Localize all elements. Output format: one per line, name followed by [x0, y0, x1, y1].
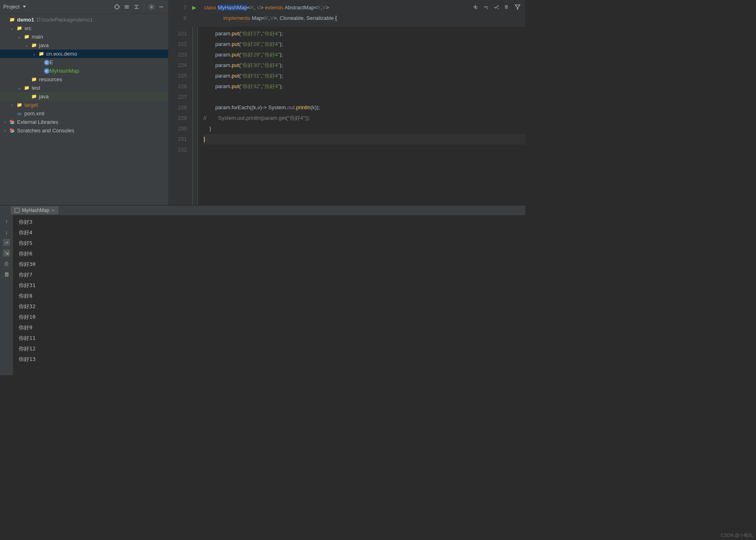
scroll-to-end-icon[interactable]: ⇲	[3, 249, 10, 257]
svg-text:II: II	[487, 7, 488, 10]
collapse-all-icon[interactable]	[133, 3, 140, 11]
tree-item[interactable]: 📚Scratches and Consoles	[0, 126, 168, 135]
editor: 7▶ class MyHashMap<K, V> extends Abstrac…	[169, 0, 525, 205]
soft-wrap-icon[interactable]: ⤶	[3, 239, 10, 246]
run-config-icon	[15, 208, 19, 213]
clear-icon[interactable]: 🗑	[3, 270, 10, 278]
console-output[interactable]: 你好3你好4你好5你好6你好30你好7你好31你好8你好32你好10你好9你好1…	[13, 215, 525, 375]
run-panel: MyHashMap × ↑ ↓ ⤶ ⇲ ⎙ 🗑 你好3你好4你好5你好6你好30…	[0, 205, 525, 375]
svg-point-0	[115, 5, 119, 9]
tree-item[interactable]: 📁test	[0, 84, 168, 92]
select-all-icon[interactable]: II	[493, 3, 500, 11]
svg-point-10	[151, 6, 152, 8]
project-root[interactable]: 📁demo1D:\codePackage\demo1	[0, 15, 168, 24]
editor-body[interactable]: 221222223224225226227228229230231232 par…	[169, 27, 525, 205]
tree-item[interactable]: 📁java	[0, 92, 168, 101]
expand-all-icon[interactable]	[123, 3, 130, 11]
tree-item[interactable]: 📁target	[0, 101, 168, 109]
remove-selection-icon[interactable]: II	[482, 3, 490, 11]
gear-icon[interactable]	[148, 3, 155, 11]
sidebar-title-dropdown[interactable]: Project	[3, 4, 113, 10]
svg-text:II: II	[476, 7, 478, 10]
tree-item[interactable]: 📁cn.wxs.demo	[0, 50, 168, 58]
tree-item[interactable]: 📁src	[0, 24, 168, 32]
add-selection-icon[interactable]: II	[472, 3, 479, 11]
run-tab[interactable]: MyHashMap ×	[11, 206, 58, 214]
run-tab-label: MyHashMap	[22, 207, 49, 213]
sidebar-header: Project	[0, 0, 168, 14]
tree-item[interactable]: 📚External Libraries	[0, 118, 168, 126]
locate-icon[interactable]	[113, 3, 121, 11]
scroll-down-icon[interactable]: ↓	[3, 228, 10, 235]
sidebar-title-label: Project	[3, 4, 19, 10]
code-area[interactable]: param.put("你好27","你好4"); param.put("你好28…	[198, 27, 525, 205]
line-gutter: 221222223224225226227228229230231232	[169, 27, 193, 205]
divider	[144, 3, 144, 11]
project-tree[interactable]: 📁demo1D:\codePackage\demo1📁src📁main📁java…	[0, 14, 168, 205]
minimize-icon[interactable]	[158, 3, 165, 11]
close-icon[interactable]: ×	[52, 208, 54, 213]
tree-item[interactable]: CE	[0, 58, 168, 67]
fold-gutter	[193, 27, 198, 205]
tree-item[interactable]: 📁resources	[0, 75, 168, 84]
chevron-down-icon	[23, 6, 26, 8]
breadcrumb-code: 7▶ class MyHashMap<K, V> extends Abstrac…	[169, 0, 525, 27]
run-tabs: MyHashMap ×	[0, 205, 525, 215]
svg-marker-21	[515, 5, 520, 9]
svg-text:II: II	[497, 7, 499, 10]
tree-item[interactable]: 📁java	[0, 41, 168, 50]
filter-icon[interactable]	[514, 3, 521, 11]
print-icon[interactable]: ⎙	[3, 260, 10, 267]
console-toolbar: ↑ ↓ ⤶ ⇲ ⎙ 🗑	[0, 215, 13, 375]
scroll-up-icon[interactable]: ↑	[3, 218, 10, 225]
tree-item[interactable]: mpom.xml	[0, 109, 168, 118]
tree-item[interactable]: CMyHashMap	[0, 67, 168, 75]
tree-item[interactable]: 📁main	[0, 32, 168, 41]
toggle-case-icon[interactable]	[503, 3, 511, 11]
project-sidebar: Project 📁demo1D:\codePackage\demo1📁src📁m…	[0, 0, 169, 205]
